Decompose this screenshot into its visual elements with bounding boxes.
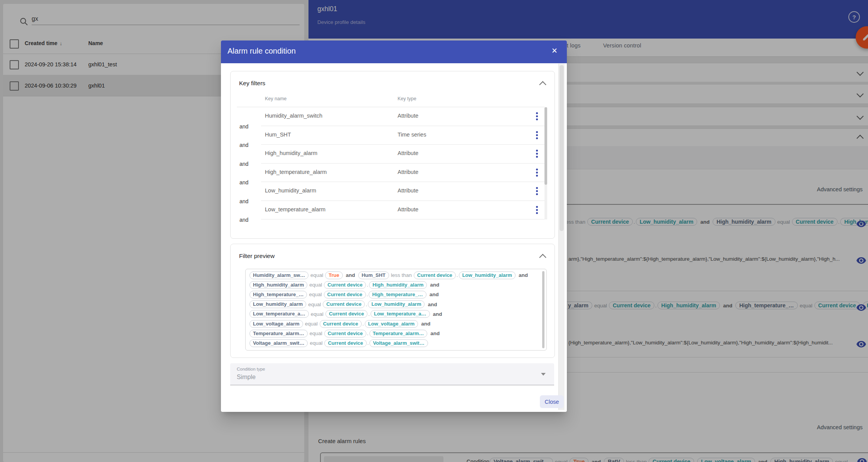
close-button[interactable]: Close xyxy=(540,395,564,408)
filter-operator: equal xyxy=(305,321,318,327)
filter-chip: True xyxy=(325,271,342,279)
filter-operator: and xyxy=(519,272,528,278)
filter-chip: Low_humidity_alarm xyxy=(368,300,425,308)
filter-operator: . xyxy=(367,282,368,288)
row-menu-icon[interactable] xyxy=(534,130,539,141)
preview-line: Voltage_alarm_swit…equalCurrent device.V… xyxy=(249,338,546,348)
preview-scrollbar-thumb[interactable] xyxy=(542,271,544,348)
dialog-header: Alarm rule condition ✕ xyxy=(221,40,567,63)
condition-type-value: Simple xyxy=(237,374,256,381)
filter-chip: Current device xyxy=(324,291,366,298)
key-type-column-header: Key type xyxy=(398,96,416,101)
key-filter-row[interactable]: Low_humidity_alarm Attribute and xyxy=(231,182,544,201)
filter-chip: Temperature_alarm… xyxy=(249,330,308,337)
row-menu-icon[interactable] xyxy=(534,167,539,178)
filter-preview-card: Filter preview Humidity_alarm_sw…equalTr… xyxy=(230,244,555,358)
key-filter-row[interactable]: Hum_SHT Time series and xyxy=(231,126,544,145)
filter-chip: Low_humidity_alarm xyxy=(459,271,516,279)
row-menu-icon[interactable] xyxy=(534,185,539,197)
dropdown-arrow-icon xyxy=(541,373,546,376)
filter-operator: and xyxy=(433,311,442,317)
key-filter-row[interactable]: High_temperature_alarm Attribute and xyxy=(231,164,544,182)
filter-operator: equal xyxy=(309,282,322,288)
filter-operator: equal xyxy=(310,340,322,346)
filter-chip: Low_voltage_alarm xyxy=(365,320,418,328)
dialog-scrollbar[interactable] xyxy=(558,64,565,410)
filter-chip: Current device xyxy=(324,330,366,337)
list-scrollbar-thumb[interactable] xyxy=(544,107,547,185)
filter-operator: . xyxy=(366,302,367,307)
key-filter-row[interactable]: Humidity_alarm_switch Attribute and xyxy=(231,107,544,126)
key-filters-card: Key filters Key name Key type Humidity_a… xyxy=(230,71,555,239)
filter-chip: Humidity_alarm_sw… xyxy=(249,271,308,279)
filter-chip: Current device xyxy=(323,300,365,308)
key-filters-title: Key filters xyxy=(239,80,265,87)
screen: Created time↓ Name Profile type 2024-09-… xyxy=(0,0,868,462)
filter-chip: Low_temperature_a… xyxy=(249,310,309,318)
key-type: Time series xyxy=(398,132,426,138)
key-name: High_humidity_alarm xyxy=(265,150,317,156)
preview-line: High_humidity_alarmequalCurrent device.H… xyxy=(249,280,546,290)
key-type: Attribute xyxy=(398,169,418,175)
filter-operator: and xyxy=(428,302,437,307)
key-name-column-header: Key name xyxy=(265,96,287,101)
preview-line: Low_voltage_alarmequalCurrent device.Low… xyxy=(249,319,546,329)
connector-label: and xyxy=(239,217,248,223)
preview-line: Humidity_alarm_sw…equalTrueandHum_SHTles… xyxy=(249,270,546,280)
key-filter-row[interactable]: High_humidity_alarm Attribute and xyxy=(231,145,544,164)
filter-operator: equal xyxy=(310,272,323,278)
row-menu-icon[interactable] xyxy=(534,204,539,216)
filter-preview-box: Humidity_alarm_sw…equalTrueandHum_SHTles… xyxy=(245,269,547,351)
list-scrollbar[interactable] xyxy=(544,107,547,219)
filter-operator: . xyxy=(367,292,368,297)
filter-chip: Low_temperature_a… xyxy=(371,310,430,318)
preview-line: Low_temperature_a…equalCurrent device.Lo… xyxy=(249,309,546,319)
filter-chip: Current device xyxy=(324,281,366,289)
filter-operator: . xyxy=(362,321,364,327)
filter-chip: Voltage_alarm_swit… xyxy=(249,339,308,347)
filter-chip: High_temperature_… xyxy=(249,291,307,298)
filter-operator: . xyxy=(368,311,370,317)
filter-operator: and xyxy=(421,321,430,327)
filter-chip: Voltage_alarm_swit… xyxy=(369,339,428,347)
filter-preview-title: Filter preview xyxy=(239,253,275,260)
filter-chip: Hum_SHT xyxy=(358,271,389,279)
key-type: Attribute xyxy=(398,113,418,119)
filter-operator: . xyxy=(457,272,458,278)
filter-operator: and xyxy=(346,272,355,278)
key-name: Low_temperature_alarm xyxy=(265,206,325,212)
filter-operator: . xyxy=(367,330,369,336)
collapse-chevron-icon[interactable] xyxy=(539,81,546,88)
dialog-scrollbar-thumb[interactable] xyxy=(560,65,564,231)
filter-operator: . xyxy=(367,340,369,346)
preview-line: Low_humidity_alarmequalCurrent device.Lo… xyxy=(249,300,546,309)
close-icon[interactable]: ✕ xyxy=(551,47,558,54)
filter-operator: equal xyxy=(311,311,324,317)
condition-type-select[interactable]: Condition type Simple xyxy=(230,363,554,385)
preview-line: Temperature_alarm…equalCurrent device.Te… xyxy=(249,329,546,338)
collapse-chevron-icon[interactable] xyxy=(539,254,546,261)
filter-operator: equal xyxy=(310,330,322,336)
row-divider xyxy=(261,219,544,219)
dialog-title: Alarm rule condition xyxy=(228,47,296,56)
filter-operator: less than xyxy=(391,272,412,278)
filter-chip: Low_voltage_alarm xyxy=(249,320,303,328)
filter-operator: and xyxy=(430,292,439,297)
key-type: Attribute xyxy=(398,150,418,156)
filter-chip: Current device xyxy=(325,310,367,318)
key-filter-row[interactable]: Low_temperature_alarm Attribute and xyxy=(231,201,544,220)
filter-operator: equal xyxy=(309,292,322,297)
key-name: Humidity_alarm_switch xyxy=(265,113,322,119)
filter-chip: Current device xyxy=(414,271,456,279)
row-menu-icon[interactable] xyxy=(534,111,539,122)
filter-chip: Current device xyxy=(324,339,366,347)
filter-chip: Current device xyxy=(320,320,362,328)
row-menu-icon[interactable] xyxy=(534,148,539,159)
filter-chip: Low_humidity_alarm xyxy=(249,300,306,308)
filter-chip: High_humidity_alarm xyxy=(249,281,307,289)
filter-operator: and xyxy=(430,330,440,336)
key-name: Hum_SHT xyxy=(265,132,291,138)
filter-chip: High_humidity_alarm xyxy=(369,281,427,289)
key-name: High_temperature_alarm xyxy=(265,169,327,175)
alarm-rule-condition-dialog: Alarm rule condition ✕ Key filters Key n… xyxy=(221,40,567,412)
